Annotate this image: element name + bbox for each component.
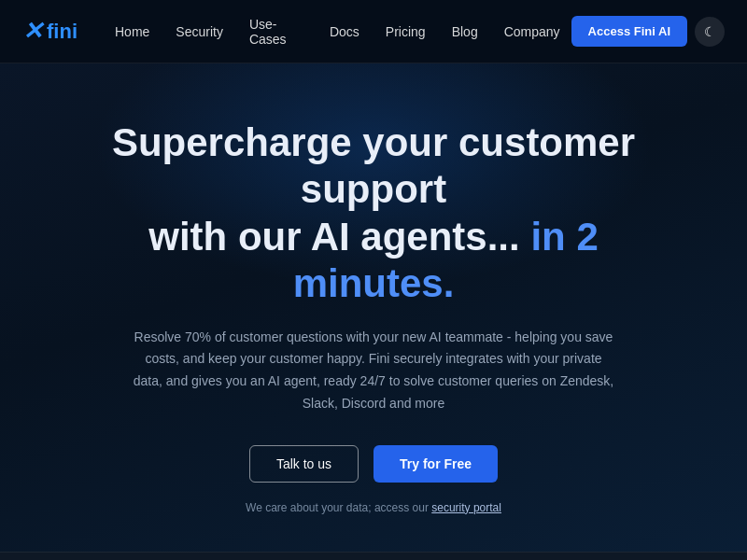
logo[interactable]: ✕ fini [22, 17, 78, 46]
hero-buttons: Talk to us Try for Free [75, 445, 672, 483]
security-portal-link[interactable]: security portal [431, 501, 501, 514]
nav-link-pricing[interactable]: Pricing [386, 24, 426, 39]
nav-link-use-cases[interactable]: Use-Cases [249, 17, 303, 47]
hero-section: Supercharge your customer support with o… [0, 63, 747, 552]
nav-link-blog[interactable]: Blog [452, 24, 478, 39]
headline-part1: Supercharge your customer support [112, 120, 635, 211]
hero-subtext: Resolve 70% of customer questions with y… [131, 327, 616, 415]
nav-link-security[interactable]: Security [176, 24, 223, 39]
security-note-text: We care about your data; access our [246, 501, 431, 514]
try-for-free-button[interactable]: Try for Free [374, 445, 498, 483]
talk-to-us-button[interactable]: Talk to us [249, 445, 359, 483]
logo-x-icon: ✕ [22, 17, 43, 46]
moon-icon: ☾ [704, 24, 716, 39]
logo-text: fini [47, 20, 78, 44]
nav-link-company[interactable]: Company [504, 24, 560, 39]
nav-link-home[interactable]: Home [115, 24, 149, 39]
access-fini-button[interactable]: Access Fini AI [571, 16, 687, 47]
nav-links: HomeSecurityUse-CasesDocsPricingBlogComp… [115, 17, 560, 47]
security-note: We care about your data; access our secu… [75, 501, 672, 514]
nav-link-docs[interactable]: Docs [330, 24, 359, 39]
navbar: ✕ fini HomeSecurityUse-CasesDocsPricingB… [0, 0, 747, 63]
theme-toggle-button[interactable]: ☾ [695, 17, 725, 47]
brands-bar: DISTROKIDCERC°cents≋ FondoMinimalistmees… [0, 552, 747, 560]
hero-headline: Supercharge your customer support with o… [75, 119, 672, 308]
headline-part2: with our AI agents... [148, 215, 530, 259]
